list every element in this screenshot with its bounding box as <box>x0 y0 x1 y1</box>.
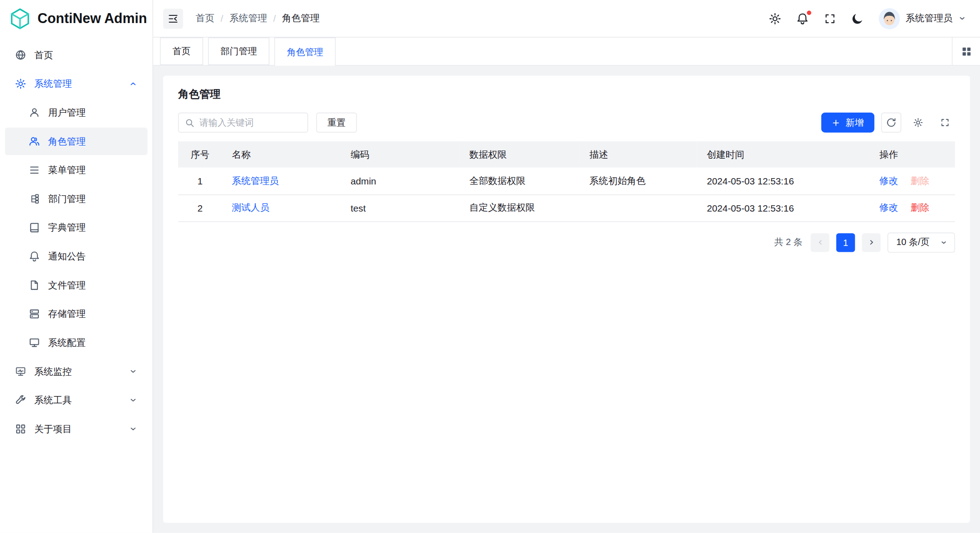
collapse-sidebar-button[interactable] <box>163 9 183 28</box>
sidebar-item-storage-management[interactable]: 存储管理 <box>5 300 147 328</box>
user-menu[interactable]: 系统管理员 <box>879 8 966 29</box>
brand-title: ContiNew Admin <box>38 11 147 27</box>
column-header-actions: 操作 <box>869 142 955 168</box>
column-header-description: 描述 <box>579 142 697 168</box>
page-content: 角色管理 重置 新增 <box>153 66 980 533</box>
add-button[interactable]: 新增 <box>821 113 875 132</box>
tab-label: 首页 <box>173 45 191 57</box>
sidebar-item-notification[interactable]: 通知公告 <box>5 243 147 270</box>
search-icon <box>185 118 194 127</box>
sidebar-item-label: 用户管理 <box>48 107 86 118</box>
book-icon <box>29 222 40 233</box>
tab-actions-button[interactable] <box>952 38 980 65</box>
cell-description: 系统初始角色 <box>579 168 697 194</box>
delete-action[interactable]: 删除 <box>910 202 929 213</box>
page-size-select[interactable]: 10 条/页 <box>887 232 955 252</box>
grid-icon <box>961 46 972 57</box>
cell-no: 2 <box>178 194 222 221</box>
refresh-icon <box>886 118 896 127</box>
sidebar-item-label: 字典管理 <box>48 222 86 233</box>
settings-icon[interactable] <box>769 12 781 25</box>
sidebar-item-label: 系统配置 <box>48 337 86 349</box>
sidebar-item-file-management[interactable]: 文件管理 <box>5 271 147 299</box>
tree-icon <box>29 193 40 204</box>
breadcrumb-separator: / <box>273 13 276 24</box>
toolbar-right: 新增 <box>821 113 955 132</box>
pagination-prev-button[interactable] <box>811 233 829 251</box>
role-name-link[interactable]: 测试人员 <box>232 202 269 213</box>
pagination-next-button[interactable] <box>862 233 881 251</box>
sidebar-item-menu-management[interactable]: 菜单管理 <box>5 156 147 184</box>
column-header-code: 编码 <box>341 142 460 168</box>
notifications-bell-icon[interactable] <box>796 12 809 25</box>
brand[interactable]: ContiNew Admin <box>0 0 153 38</box>
reset-button[interactable]: 重置 <box>316 113 357 132</box>
table-fullscreen-button[interactable] <box>935 113 955 132</box>
refresh-button[interactable] <box>881 113 901 132</box>
sidebar-item-system-config[interactable]: 系统配置 <box>5 329 147 357</box>
viewport: ContiNew Admin 首页 系统管理 <box>0 0 980 533</box>
brand-logo-icon <box>9 8 31 30</box>
table-row: 2 测试人员 test 自定义数据权限 2024-05-03 12:53:16 … <box>178 194 955 221</box>
cell-code: admin <box>341 168 460 194</box>
pagination-page-1[interactable]: 1 <box>836 233 855 251</box>
apps-grid-icon <box>15 423 26 434</box>
edit-action[interactable]: 修改 <box>879 175 898 186</box>
cell-created-at: 2024-05-03 12:53:16 <box>697 194 869 221</box>
pagination-total: 共 2 条 <box>774 236 802 248</box>
sidebar-item-department-management[interactable]: 部门管理 <box>5 185 147 212</box>
sidebar-item-user-management[interactable]: 用户管理 <box>5 99 147 127</box>
sidebar-item-system-tools[interactable]: 系统工具 <box>5 387 147 414</box>
sidebar-item-system-monitor[interactable]: 系统监控 <box>5 358 147 385</box>
sidebar-item-dictionary-management[interactable]: 字典管理 <box>5 214 147 241</box>
tab-bar: 首页 部门管理 角色管理 <box>153 38 980 66</box>
column-header-data-scope: 数据权限 <box>460 142 580 168</box>
sidebar-item-label: 文件管理 <box>48 279 86 291</box>
user-icon <box>29 107 40 118</box>
dark-mode-moon-icon[interactable] <box>851 12 864 25</box>
role-management-card: 角色管理 重置 新增 <box>163 75 970 523</box>
cell-created-at: 2024-05-03 12:53:16 <box>697 168 869 194</box>
search-input[interactable] <box>199 118 301 127</box>
sidebar-item-label: 首页 <box>34 49 53 61</box>
breadcrumb-item[interactable]: 首页 <box>196 13 214 24</box>
add-button-label: 新增 <box>846 117 864 128</box>
fullscreen-icon[interactable] <box>824 12 836 25</box>
bell-icon <box>29 251 40 262</box>
sidebar-item-label: 通知公告 <box>48 250 86 262</box>
tab-home[interactable]: 首页 <box>160 38 203 65</box>
search-box <box>178 113 308 132</box>
sidebar-item-role-management[interactable]: 角色管理 <box>5 127 147 155</box>
column-settings-button[interactable] <box>908 113 928 132</box>
globe-icon <box>15 49 26 61</box>
column-header-no: 序号 <box>178 142 222 168</box>
chevron-down-icon <box>940 239 947 246</box>
topbar-actions: 系统管理员 <box>769 8 966 29</box>
tab-department-management[interactable]: 部门管理 <box>208 38 270 65</box>
sidebar-item-system-management[interactable]: 系统管理 <box>5 70 147 98</box>
role-name-link[interactable]: 系统管理员 <box>232 175 279 186</box>
sidebar-item-label: 部门管理 <box>48 193 86 205</box>
chevron-down-icon <box>129 396 137 405</box>
cell-data-scope: 全部数据权限 <box>460 168 580 194</box>
chevron-up-icon <box>129 80 137 88</box>
breadcrumb: 首页 / 系统管理 / 角色管理 <box>196 13 319 24</box>
sidebar-item-label: 菜单管理 <box>48 164 86 176</box>
menu-fold-icon <box>168 13 179 24</box>
tab-label: 部门管理 <box>220 45 257 57</box>
chevron-left-icon <box>816 238 824 246</box>
edit-action[interactable]: 修改 <box>879 202 898 213</box>
sidebar-item-label: 关于项目 <box>34 423 72 435</box>
column-header-created-at: 创建时间 <box>697 142 869 168</box>
sidebar-item-about-project[interactable]: 关于项目 <box>5 415 147 443</box>
expand-icon <box>940 118 950 127</box>
pagination: 共 2 条 1 10 条/页 <box>178 232 955 252</box>
main-area: 首页 / 系统管理 / 角色管理 <box>153 0 980 533</box>
tab-role-management[interactable]: 角色管理 <box>274 38 336 66</box>
sidebar: ContiNew Admin 首页 系统管理 <box>0 0 153 533</box>
breadcrumb-item[interactable]: 系统管理 <box>230 13 267 24</box>
sidebar-submenu-system: 用户管理 角色管理 菜单管理 <box>0 99 153 357</box>
roles-table: 序号 名称 编码 数据权限 描述 创建时间 操作 1 系统管理员 <box>178 142 955 222</box>
sidebar-item-home[interactable]: 首页 <box>5 41 147 69</box>
chevron-down-icon <box>129 367 137 376</box>
